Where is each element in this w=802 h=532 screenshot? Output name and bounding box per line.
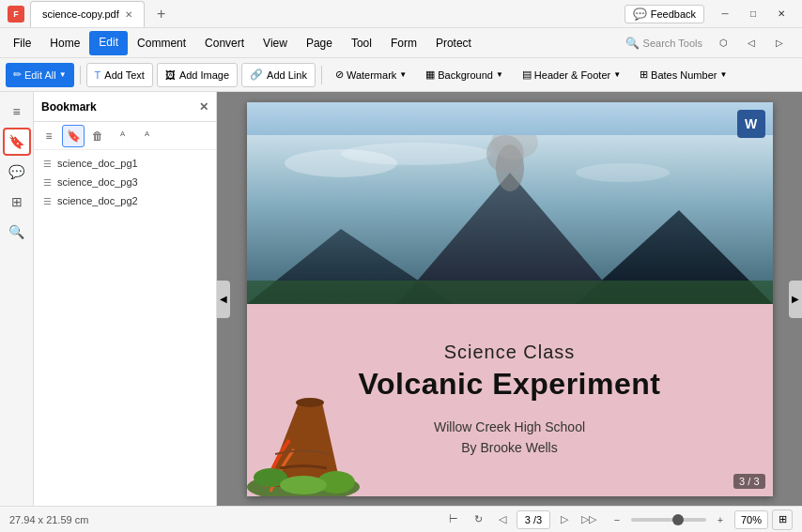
prev-page-button[interactable]: ◁ (492, 509, 513, 530)
svg-point-3 (576, 163, 670, 182)
watermark-button[interactable]: ⊘ Watermark ▼ (328, 63, 414, 87)
bookmark-rename-btn[interactable]: ᴬ (111, 125, 133, 147)
menu-home[interactable]: Home (40, 31, 89, 55)
close-button[interactable]: ✕ (768, 6, 794, 23)
bookmark-close-button[interactable]: ✕ (199, 100, 208, 114)
bates-number-icon: ⊞ (640, 68, 648, 81)
menu-file[interactable]: File (4, 31, 40, 55)
add-text-button[interactable]: T Add Text (86, 63, 153, 87)
collapse-left-button[interactable]: ◀ (217, 281, 230, 318)
background-dropdown-icon: ▼ (496, 70, 503, 79)
bookmark-list: ☰ science_doc_pg1 ☰ science_doc_pg3 ☰ sc… (34, 150, 216, 506)
svg-rect-10 (247, 281, 773, 304)
sidebar-icon-search[interactable]: 🔍 (3, 218, 31, 246)
search-tools-label: Search Tools (643, 38, 702, 49)
bookmark-item-3[interactable]: ☰ science_doc_pg2 (34, 191, 216, 210)
sidebar-icon-pages[interactable]: ⊞ (3, 188, 31, 216)
collapse-right-button[interactable]: ▶ (789, 281, 802, 318)
sidebar-icon-hamburger[interactable]: ≡ (3, 98, 31, 126)
search-tools[interactable]: 🔍 Search Tools (618, 35, 710, 52)
feedback-button[interactable]: 💬 Feedback (625, 5, 704, 23)
toolbar-separator-1 (80, 66, 81, 84)
bookmark-uppercase-btn[interactable]: ᴬ (135, 125, 158, 147)
maximize-button[interactable]: □ (740, 6, 766, 23)
volcano-illustration (247, 346, 360, 496)
statusbar: 27.94 x 21.59 cm ⊢ ↻ ◁ ▷ ▷▷ − + ⊞ (0, 506, 802, 532)
tab-close-button[interactable]: ✕ (125, 9, 132, 20)
bookmark-menu-btn[interactable]: ≡ (38, 125, 60, 147)
bates-number-button[interactable]: ⊞ Bates Number ▼ (632, 63, 734, 87)
menu-back[interactable]: ◁ (738, 35, 764, 52)
last-page-button[interactable]: ▷▷ (578, 509, 599, 530)
bookmark-panel: Bookmark ✕ ≡ 🔖 🗑 ᴬ ᴬ ☰ science_doc_pg1 ☰… (34, 92, 217, 506)
minimize-button[interactable]: ─ (712, 6, 738, 23)
page-number-input[interactable] (517, 510, 550, 529)
add-text-icon: T (95, 69, 101, 81)
first-page-button[interactable]: ⊢ (443, 509, 464, 530)
header-footer-icon: ▤ (522, 68, 532, 81)
add-link-icon: 🔗 (250, 68, 263, 81)
zoom-out-button[interactable]: − (607, 509, 627, 530)
bates-dropdown-icon: ▼ (719, 70, 727, 79)
fit-page-button[interactable]: ⊞ (772, 509, 793, 530)
main-area: ≡ 🔖 💬 ⊞ 🔍 Bookmark ✕ ≡ 🔖 🗑 ᴬ ᴬ ☰ science… (0, 92, 802, 506)
menu-tool[interactable]: Tool (342, 31, 381, 55)
header-footer-dropdown-icon: ▼ (613, 70, 621, 79)
background-button[interactable]: ▦ Background ▼ (418, 63, 511, 87)
titlebar-right: 💬 Feedback ─ □ ✕ (625, 5, 794, 23)
toolbar: ✏ Edit All ▼ T Add Text 🖼 Add Image 🔗 Ad… (0, 58, 802, 92)
add-link-button[interactable]: 🔗 Add Link (241, 63, 316, 87)
menu-protect[interactable]: Protect (426, 31, 481, 55)
pdf-page: Science Class Volcanic Experiment Willow… (247, 102, 773, 496)
bookmark-item-1[interactable]: ☰ science_doc_pg1 (34, 154, 216, 173)
titlebar-left: F science-copy.pdf ✕ + (8, 1, 173, 27)
new-tab-button[interactable]: + (150, 3, 173, 25)
add-image-button[interactable]: 🖼 Add Image (157, 63, 238, 87)
next-page-button[interactable]: ▷ (554, 509, 575, 530)
menu-convert[interactable]: Convert (195, 31, 254, 55)
word-icon-badge: W (737, 110, 765, 138)
zoom-in-button[interactable]: + (710, 509, 731, 530)
pdf-image-top (247, 102, 773, 304)
bookmark-item-2[interactable]: ☰ science_doc_pg3 (34, 173, 216, 191)
pdf-viewer[interactable]: ◀ (217, 92, 802, 506)
app-icon: F (8, 6, 24, 23)
rotate-btn[interactable]: ↻ (468, 509, 488, 530)
menu-page[interactable]: Page (297, 31, 342, 55)
bookmark-item-icon-1: ☰ (43, 159, 52, 169)
menu-view[interactable]: View (254, 31, 297, 55)
header-footer-button[interactable]: ▤ Header & Footer ▼ (515, 63, 628, 87)
svg-point-13 (296, 398, 324, 407)
sidebar-icon-bookmark[interactable]: 🔖 (3, 128, 31, 156)
bookmark-add-btn[interactable]: 🔖 (62, 125, 85, 147)
tab-label: science-copy.pdf (42, 8, 119, 20)
svg-point-16 (280, 476, 327, 494)
pdf-subtitle: Willow Creek High School By Brooke Wells (434, 417, 585, 459)
menu-form[interactable]: Form (381, 31, 426, 55)
zoom-slider-thumb (672, 514, 684, 525)
svg-point-2 (341, 143, 491, 165)
zoom-level-input[interactable] (734, 510, 768, 529)
menu-external-link[interactable]: ⬡ (710, 35, 736, 52)
menu-comment[interactable]: Comment (128, 31, 195, 55)
page-navigation: ⊢ ↻ ◁ ▷ ▷▷ (443, 509, 599, 530)
background-icon: ▦ (425, 68, 435, 81)
menu-edit[interactable]: Edit (89, 31, 128, 55)
bookmark-toolbar: ≡ 🔖 🗑 ᴬ ᴬ (34, 122, 216, 150)
zoom-controls: − + ⊞ (607, 509, 793, 530)
bookmark-delete-btn[interactable]: 🗑 (86, 125, 109, 147)
pdf-title-large: Volcanic Experiment (359, 367, 661, 402)
bookmark-item-icon-2: ☰ (43, 177, 52, 188)
edit-all-button[interactable]: ✏ Edit All ▼ (6, 63, 74, 87)
sidebar-icons: ≡ 🔖 💬 ⊞ 🔍 (0, 92, 34, 506)
menu-forward[interactable]: ▷ (766, 35, 793, 52)
bookmark-item-icon-3: ☰ (43, 196, 52, 206)
zoom-slider[interactable] (631, 518, 706, 522)
volcano-svg (247, 135, 773, 304)
watermark-icon: ⊘ (335, 68, 344, 81)
page-dimensions: 27.94 x 21.59 cm (9, 514, 88, 525)
toolbar-separator-2 (321, 66, 322, 84)
active-tab[interactable]: science-copy.pdf ✕ (30, 1, 145, 27)
sidebar-icon-comment[interactable]: 💬 (3, 158, 31, 186)
pdf-pink-section: Science Class Volcanic Experiment Willow… (247, 304, 773, 496)
